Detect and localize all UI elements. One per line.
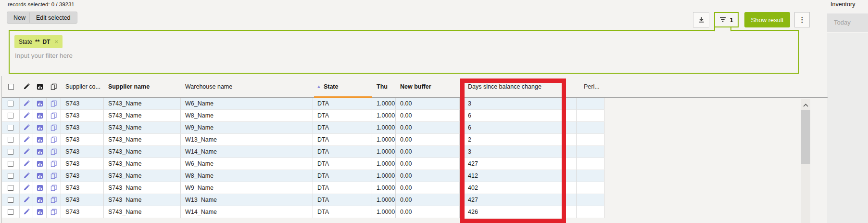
column-header-state[interactable]: ▲State [313,76,372,97]
column-header-thu[interactable]: Thu [372,76,396,97]
cell-state: DTA [313,146,372,158]
bar-chart-icon [37,136,43,143]
edit-row-button[interactable] [20,98,33,110]
edit-row-button[interactable] [20,158,33,170]
sidebar-title-inventory: Inventory [830,1,855,8]
edit-row-button[interactable] [20,194,33,206]
row-select-checkbox[interactable] [2,182,20,194]
cell-state: DTA [313,206,372,218]
copy-row-button[interactable] [47,182,61,194]
open-chart-button[interactable] [33,182,47,194]
edit-row-button[interactable] [20,122,33,134]
cell-peri [577,194,604,206]
column-header-peri[interactable]: Peri... [577,76,604,97]
row-select-checkbox[interactable] [2,194,20,206]
copy-row-button[interactable] [47,146,61,158]
open-chart-button[interactable] [33,98,47,110]
table-row: S743S743_NameW6_NameDTA1.00000.003 [2,98,604,110]
edit-row-button[interactable] [20,170,33,182]
open-chart-button[interactable] [33,158,47,170]
cell-supplier_code: S743 [61,122,104,134]
copy-row-button[interactable] [47,158,61,170]
scroll-up-button[interactable] [801,101,810,109]
edit-selected-button[interactable]: Edit selected [29,12,77,24]
table-row: S743S743_NameW14_NameDTA1.00000.00426 [2,206,604,218]
edit-row-button[interactable] [20,182,33,194]
cell-days: 412 [460,170,577,182]
row-select-checkbox[interactable] [2,134,20,146]
cell-thu: 1.0000 [372,170,396,182]
select-all-checkbox[interactable] [2,76,20,97]
table-row: S743S743_NameW8_NameDTA1.00000.006 [2,110,604,122]
open-chart-button[interactable] [33,110,47,122]
pencil-icon [23,100,30,107]
bar-chart-icon [37,172,43,179]
row-select-checkbox[interactable] [2,146,20,158]
new-button[interactable]: New [7,12,32,24]
copy-icon [50,209,57,215]
copy-icon [50,124,57,131]
cell-thu: 1.0000 [372,110,396,122]
vertical-scrollbar[interactable] [801,99,810,223]
checkbox-icon [8,149,13,155]
cell-peri [577,134,604,146]
edit-row-button[interactable] [20,206,33,218]
cell-days: 6 [460,122,577,134]
filter-button[interactable]: 1 [714,12,739,27]
close-icon[interactable]: × [54,38,58,45]
open-chart-button[interactable] [33,122,47,134]
copy-row-button[interactable] [47,122,61,134]
cell-supplier_name: S743_Name [104,122,181,134]
column-header-warehouse_name[interactable]: Warehouse name [181,76,313,97]
open-chart-button[interactable] [33,134,47,146]
copy-row-button[interactable] [47,194,61,206]
kebab-menu-icon: ⋮ [799,15,806,24]
column-header-supplier_code[interactable]: Supplier co... [61,76,104,97]
column-header-label: Warehouse name [185,83,232,90]
column-header-supplier_name[interactable]: Supplier name [104,76,181,97]
row-select-checkbox[interactable] [2,122,20,134]
download-button[interactable] [693,12,709,27]
column-header-days[interactable]: Days since balance change [460,76,577,97]
cell-supplier_code: S743 [61,170,104,182]
records-selected-label: records selected: 0 / 39231 [8,1,75,7]
copy-row-button[interactable] [47,206,61,218]
sidebar-item-today[interactable]: Today [827,13,868,32]
cell-state: DTA [313,182,372,194]
copy-row-button[interactable] [47,170,61,182]
row-select-checkbox[interactable] [2,158,20,170]
edit-row-button[interactable] [20,146,33,158]
copy-row-button[interactable] [47,110,61,122]
row-select-checkbox[interactable] [2,110,20,122]
scrollbar-thumb[interactable] [801,110,810,164]
filter-chip-state[interactable]: State ** DT × [14,35,63,48]
bar-chart-icon [37,148,43,155]
open-chart-button[interactable] [33,206,47,218]
cell-peri [577,170,604,182]
row-select-checkbox[interactable] [2,98,20,110]
filter-input[interactable]: Input your filter here [15,52,73,59]
open-chart-button[interactable] [33,194,47,206]
cell-state: DTA [313,98,372,110]
bar-chart-icon [37,160,43,167]
edit-row-button[interactable] [20,134,33,146]
checkbox-icon [8,209,13,215]
edit-row-button[interactable] [20,110,33,122]
table-row: S743S743_NameW13_NameDTA1.00000.002 [2,134,604,146]
more-options-button[interactable]: ⋮ [794,12,810,27]
checkbox-icon [8,137,13,143]
column-header-new_buffer[interactable]: New buffer [396,76,460,97]
cell-peri [577,98,604,110]
copy-row-button[interactable] [47,134,61,146]
cell-supplier_name: S743_Name [104,206,181,218]
cell-peri [577,158,604,170]
open-chart-button[interactable] [33,170,47,182]
open-chart-button[interactable] [33,146,47,158]
cell-new_buffer: 0.00 [396,110,460,122]
cell-state: DTA [313,194,372,206]
cell-supplier_name: S743_Name [104,98,181,110]
row-select-checkbox[interactable] [2,170,20,182]
row-select-checkbox[interactable] [2,206,20,218]
copy-row-button[interactable] [47,98,61,110]
show-result-button[interactable]: Show result [744,12,790,27]
